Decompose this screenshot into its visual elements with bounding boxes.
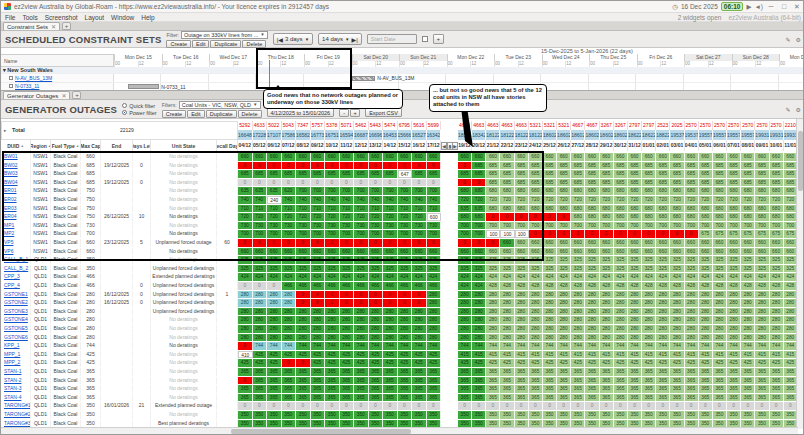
availability-cell[interactable]: 685 [515,170,529,178]
availability-cell[interactable]: 280 [267,325,282,333]
availability-cell[interactable]: 660 [282,248,297,256]
availability-cell[interactable]: 280 [642,308,656,316]
availability-cell[interactable]: 685 [557,179,571,187]
availability-cell[interactable]: 325 [369,256,384,264]
duid-link[interactable]: ER04 [1,213,31,221]
availability-cell[interactable]: 0 [369,239,384,247]
availability-cell[interactable]: 685 [727,179,741,187]
availability-cell[interactable]: 744 [340,342,355,350]
availability-cell[interactable]: 680 [543,187,557,195]
availability-cell[interactable]: 325 [670,256,684,264]
availability-cell[interactable]: 425 [614,359,628,367]
duid-link[interactable]: CPP_3 [1,273,31,281]
availability-cell[interactable]: 685 [614,179,628,187]
availability-cell[interactable]: 280 [354,334,369,342]
availability-cell[interactable]: 365 [311,377,326,385]
availability-cell[interactable]: 660 [699,153,713,161]
availability-cell[interactable]: 660 [267,153,282,161]
availability-cell[interactable]: 280 [600,299,614,307]
availability-cell[interactable]: 425 [557,359,571,367]
availability-cell[interactable]: 0 [412,291,427,299]
availability-cell[interactable]: 660 [383,153,398,161]
availability-cell[interactable]: 365 [311,394,326,402]
availability-cell[interactable]: 280 [642,316,656,324]
availability-cell[interactable]: 280 [515,291,529,299]
availability-cell[interactable]: 280 [383,334,398,342]
availability-cell[interactable]: 280 [585,325,599,333]
availability-cell[interactable]: 424 [354,273,369,281]
availability-cell[interactable]: 680 [472,213,486,221]
availability-cell[interactable]: 425 [500,359,514,367]
availability-cell[interactable]: 350 [340,411,355,419]
availability-cell[interactable]: 325 [571,256,585,264]
availability-cell[interactable]: 680 [656,205,670,213]
availability-cell[interactable]: 710 [383,205,398,213]
availability-cell[interactable]: 660 [238,248,253,256]
availability-cell[interactable]: 730 [427,222,442,230]
availability-cell[interactable]: 685 [472,162,486,170]
availability-cell[interactable]: 280 [699,334,713,342]
availability-cell[interactable]: 365 [543,377,557,385]
availability-cell[interactable]: 280 [238,325,253,333]
availability-cell[interactable]: 744 [755,342,769,350]
availability-cell[interactable]: 365 [600,368,614,376]
availability-cell[interactable]: 0 [325,179,340,187]
availability-cell[interactable]: 425 [755,359,769,367]
availability-cell[interactable]: 680 [557,205,571,213]
availability-cell[interactable]: 425 [770,359,784,367]
availability-cell[interactable]: 365 [369,394,384,402]
availability-cell[interactable]: 660 [713,239,727,247]
availability-cell[interactable]: 700 [741,222,755,230]
availability-cell[interactable]: 700 [354,230,369,238]
availability-cell[interactable]: 660 [585,239,599,247]
availability-cell[interactable]: 424 [486,273,500,281]
availability-cell[interactable]: 0 [398,291,413,299]
availability-cell[interactable]: 0 [741,402,755,410]
availability-cell[interactable]: 350 [741,411,755,419]
availability-cell[interactable]: 700 [383,230,398,238]
availability-cell[interactable]: 685 [585,179,599,187]
availability-cell[interactable]: 365 [412,368,427,376]
availability-cell[interactable]: 365 [458,385,472,393]
availability-cell[interactable]: 744 [296,342,311,350]
availability-cell[interactable]: 280 [741,291,755,299]
availability-cell[interactable]: 635 [458,205,472,213]
availability-cell[interactable]: 0 [267,179,282,187]
availability-cell[interactable]: 660 [628,248,642,256]
availability-cell[interactable]: 647 [398,170,413,178]
row-checkbox[interactable] [9,84,13,88]
availability-cell[interactable]: 660 [685,248,699,256]
availability-cell[interactable]: 660 [296,153,311,161]
availability-cell[interactable]: 635 [238,187,253,195]
availability-cell[interactable]: 0 [267,282,282,290]
availability-cell[interactable]: 325 [741,265,755,273]
availability-cell[interactable]: 350 [311,411,326,419]
availability-cell[interactable]: 0 [642,402,656,410]
availability-cell[interactable]: 280 [656,334,670,342]
availability-cell[interactable]: 365 [325,394,340,402]
availability-cell[interactable]: 660 [557,153,571,161]
availability-cell[interactable]: 350 [755,411,769,419]
availability-cell[interactable]: 685 [628,170,642,178]
availability-cell[interactable]: 365 [458,377,472,385]
availability-cell[interactable]: 365 [713,368,727,376]
availability-cell[interactable]: 0 [311,291,326,299]
duid-link[interactable]: BW02 [1,162,31,170]
availability-cell[interactable]: 660 [642,239,656,247]
availability-cell[interactable]: 280 [727,308,741,316]
availability-cell[interactable]: 280 [253,291,268,299]
availability-cell[interactable]: 685 [543,162,557,170]
availability-cell[interactable]: 325 [486,256,500,264]
availability-cell[interactable]: 280 [267,334,282,342]
tab-close-icon[interactable]: ✕ [51,23,56,30]
availability-cell[interactable]: 280 [296,308,311,316]
availability-cell[interactable]: 280 [656,325,670,333]
nav-back-button[interactable]: |◀ 3 days ▼ [273,33,313,45]
availability-cell[interactable]: 680 [699,205,713,213]
availability-cell[interactable]: 685 [741,179,755,187]
availability-cell[interactable]: 325 [571,265,585,273]
availability-cell[interactable]: 680 [614,187,628,195]
availability-cell[interactable]: 280 [325,334,340,342]
availability-cell[interactable]: 685 [340,170,355,178]
availability-cell[interactable]: 685 [741,170,755,178]
